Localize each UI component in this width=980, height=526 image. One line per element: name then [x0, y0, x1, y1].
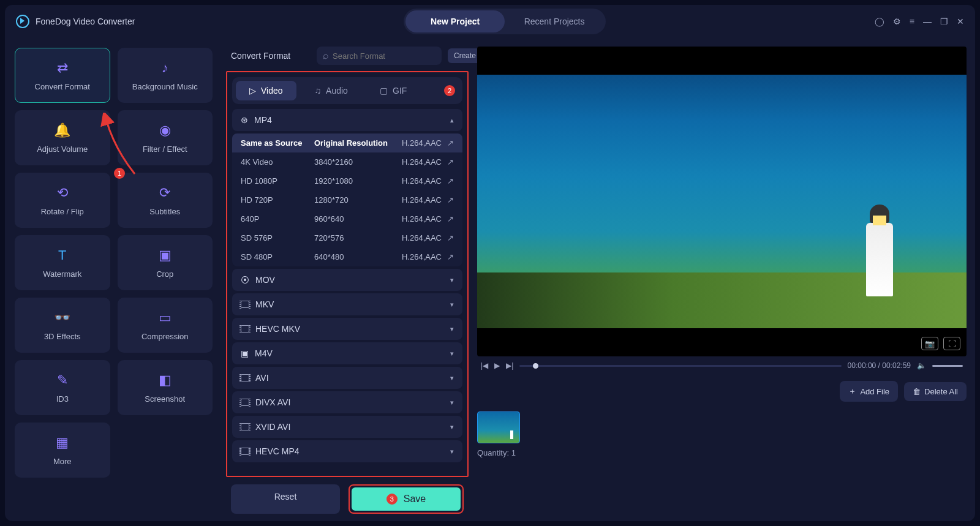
- tab-recent-projects[interactable]: Recent Projects: [505, 10, 604, 32]
- prev-button[interactable]: |◀: [481, 361, 488, 370]
- m4v-icon: ▣: [241, 348, 249, 358]
- tool-subtitles[interactable]: ⟳ Subtitles: [118, 173, 213, 228]
- chevron-down-icon: ▾: [450, 276, 454, 284]
- audio-icon: ♫: [315, 86, 322, 96]
- search-format[interactable]: ⌕: [317, 47, 442, 65]
- more-icon: ▦: [53, 435, 72, 451]
- edit-icon[interactable]: ↗: [442, 176, 454, 186]
- chevron-down-icon: ▾: [450, 399, 454, 407]
- preset-row[interactable]: 640P960*640H.264,AAC↗: [232, 209, 462, 228]
- preset-row[interactable]: HD 720P1280*720H.264,AAC↗: [232, 190, 462, 209]
- chevron-down-icon: ▾: [450, 448, 454, 456]
- rotate-icon: ⟲: [53, 185, 72, 201]
- glasses-icon: 👓: [53, 310, 72, 326]
- snapshot-button[interactable]: 📷: [921, 337, 938, 350]
- time-display: 00:00:00 / 00:02:59: [848, 361, 911, 370]
- window-minimize[interactable]: —: [923, 17, 932, 26]
- tool-watermark[interactable]: T Watermark: [15, 235, 110, 290]
- window-close[interactable]: ✕: [957, 17, 964, 26]
- preset-codec: H.264,AAC: [393, 138, 442, 148]
- tool-crop[interactable]: ▣ Crop: [118, 235, 213, 290]
- tool-more[interactable]: ▦ More: [15, 423, 110, 478]
- preset-row[interactable]: 4K Video3840*2160H.264,AAC↗: [232, 152, 462, 171]
- account-icon[interactable]: ◯: [875, 17, 884, 26]
- crop-icon: ▣: [156, 247, 174, 263]
- tool-screenshot[interactable]: ◧ Screenshot: [118, 360, 213, 415]
- annotation-badge-1: 1: [114, 168, 125, 179]
- format-group-hevc-mp4[interactable]: HEVC MP4▾: [232, 440, 462, 462]
- seek-bar[interactable]: [519, 365, 841, 367]
- tool-label: 3D Effects: [44, 332, 81, 341]
- annotation-badge-2: 2: [444, 85, 455, 96]
- tool-id3[interactable]: ✎ ID3: [15, 360, 110, 415]
- fullscreen-button[interactable]: ⛶: [943, 337, 960, 350]
- search-input[interactable]: [333, 51, 435, 61]
- next-button[interactable]: ▶|: [506, 361, 513, 370]
- tab-video[interactable]: ▷ Video: [236, 81, 296, 100]
- window-controls: ◯ ⚙ ≡ — ❐ ✕: [875, 17, 964, 26]
- format-group-m4v[interactable]: ▣M4V▾: [232, 342, 462, 364]
- chevron-down-icon: ▾: [450, 325, 454, 333]
- menu-icon[interactable]: ≡: [910, 17, 914, 26]
- film-icon: [241, 325, 249, 333]
- speaker-icon[interactable]: 🔈: [917, 361, 926, 370]
- tool-convert-format[interactable]: ⇄ Convert Format: [15, 48, 110, 103]
- tool-compression[interactable]: ▭ Compression: [118, 298, 213, 353]
- tool-label: Convert Format: [35, 82, 90, 91]
- file-thumbnail[interactable]: [477, 411, 520, 443]
- edit-icon[interactable]: ↗: [442, 214, 454, 224]
- panel-title: Convert Format: [231, 51, 311, 61]
- add-file-label: Add File: [860, 387, 889, 396]
- tool-3d-effects[interactable]: 👓 3D Effects: [15, 298, 110, 353]
- add-file-button[interactable]: ＋ Add File: [840, 381, 898, 402]
- window-maximize[interactable]: ❐: [940, 17, 948, 26]
- tool-rotate-flip[interactable]: ⟲ Rotate / Flip: [15, 173, 110, 228]
- format-group-mp4[interactable]: ⊛ MP4 ▴: [232, 109, 462, 131]
- tool-filter-effect[interactable]: ◉ Filter / Effect: [118, 110, 213, 165]
- tab-audio[interactable]: ♫ Audio: [301, 81, 361, 100]
- tool-label: ID3: [56, 394, 69, 404]
- music-icon: ♪: [156, 60, 174, 76]
- video-canvas[interactable]: [477, 47, 967, 356]
- format-group-divx-avi[interactable]: DIVX AVI▾: [232, 391, 462, 413]
- tab-label: Video: [261, 86, 283, 96]
- volume-slider[interactable]: [932, 365, 963, 367]
- edit-icon[interactable]: ↗: [442, 138, 454, 148]
- edit-icon[interactable]: ↗: [442, 195, 454, 205]
- tab-new-project[interactable]: New Project: [405, 10, 505, 32]
- tab-label: GIF: [393, 86, 407, 96]
- tool-background-music[interactable]: ♪ Background Music: [118, 48, 213, 103]
- format-group-mkv[interactable]: MKV▾: [232, 293, 462, 315]
- convert-icon: ⇄: [53, 60, 72, 76]
- tab-gif[interactable]: ▢ GIF: [366, 81, 420, 100]
- tool-adjust-volume[interactable]: 🔔 Adjust Volume: [15, 110, 110, 165]
- tool-label: Screenshot: [145, 394, 185, 404]
- preset-row[interactable]: HD 1080P1920*1080H.264,AAC↗: [232, 171, 462, 190]
- titlebar: FoneDog Video Converter New Project Rece…: [5, 5, 975, 38]
- app-logo-icon: [16, 15, 29, 28]
- edit-icon[interactable]: ↗: [442, 157, 454, 167]
- edit-icon[interactable]: ↗: [442, 252, 454, 261]
- format-list[interactable]: ⊛ MP4 ▴ Same as Source Original Resoluti…: [227, 109, 467, 476]
- gear-icon[interactable]: ⚙: [893, 17, 901, 26]
- delete-all-button[interactable]: 🗑 Delete All: [904, 382, 967, 401]
- format-group-mov[interactable]: ⦿MOV▾: [232, 269, 462, 291]
- edit-icon[interactable]: ↗: [442, 233, 454, 242]
- play-button[interactable]: ▶: [494, 361, 500, 370]
- preset-row[interactable]: SD 480P640*480H.264,AAC↗: [232, 247, 462, 266]
- reset-button[interactable]: Reset: [231, 484, 340, 514]
- chevron-down-icon: ▾: [450, 350, 454, 358]
- annotation-box-3: 3 Save: [349, 484, 464, 514]
- save-button[interactable]: 3 Save: [352, 487, 461, 511]
- preset-label: Same as Source: [241, 138, 314, 148]
- format-group-xvid-avi[interactable]: XVID AVI▾: [232, 416, 462, 438]
- chevron-down-icon: ▾: [450, 374, 454, 382]
- format-group-hevc-mkv[interactable]: HEVC MKV▾: [232, 318, 462, 340]
- preset-row[interactable]: SD 576P720*576H.264,AAC↗: [232, 228, 462, 247]
- file-thumbnails: [477, 408, 967, 443]
- trash-icon: 🗑: [913, 387, 921, 396]
- preset-row[interactable]: Same as Source Original Resolution H.264…: [232, 133, 462, 152]
- format-group-avi[interactable]: AVI▾: [232, 367, 462, 389]
- tool-label: Rotate / Flip: [41, 207, 84, 216]
- volume-icon: 🔔: [53, 122, 72, 138]
